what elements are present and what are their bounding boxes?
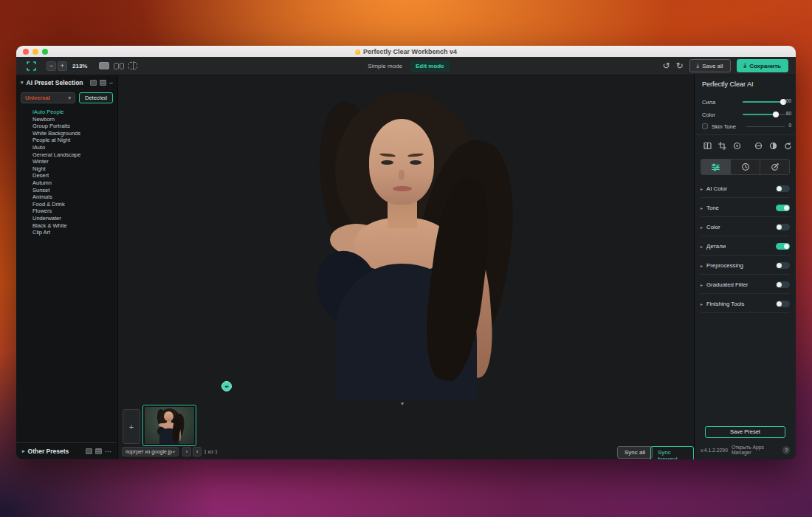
reset-icon[interactable] bbox=[784, 142, 792, 150]
target-icon[interactable] bbox=[733, 142, 741, 150]
tab-retouch[interactable] bbox=[760, 160, 789, 174]
chevron-down-icon: ▾ bbox=[68, 95, 71, 101]
detected-button[interactable]: Detected bbox=[79, 92, 113, 103]
preset-item[interactable]: Group Portraits bbox=[32, 123, 117, 130]
download-icon: ⤓ bbox=[744, 62, 747, 69]
contrast-icon[interactable] bbox=[769, 142, 777, 150]
collapse-filmstrip-icon[interactable]: ▾ bbox=[401, 400, 404, 407]
edit-mode-button[interactable]: Edit mode bbox=[410, 61, 450, 72]
color-value: 80 bbox=[786, 111, 791, 116]
zoom-in-button[interactable]: + bbox=[58, 61, 67, 71]
tool-icon-row bbox=[703, 140, 788, 151]
preset-item[interactable]: People at Night bbox=[32, 137, 117, 144]
preset-item[interactable]: Night bbox=[32, 165, 117, 173]
graduated-filter-toggle[interactable] bbox=[776, 281, 790, 288]
filename-dropdown[interactable]: портрет из google.jp▾ bbox=[122, 447, 179, 456]
save-button[interactable]: ⤓Сохранить bbox=[737, 59, 788, 72]
compare-view-icon[interactable] bbox=[128, 62, 137, 69]
simple-mode-button[interactable]: Simple mode bbox=[362, 61, 408, 72]
color-toggle[interactable] bbox=[776, 224, 790, 230]
crop-icon[interactable] bbox=[718, 142, 726, 150]
accordion-ai-color[interactable]: ▸AI Color bbox=[695, 179, 796, 198]
save-preset-button[interactable]: Save Preset bbox=[705, 426, 785, 438]
preset-item[interactable]: General Landscape bbox=[32, 151, 117, 159]
other-presets-header[interactable]: ▸ Other Presets ⋯ bbox=[16, 442, 117, 459]
apps-manager-link[interactable]: Открыть Apps Manager bbox=[732, 445, 779, 455]
preset-item[interactable]: Newborn bbox=[32, 116, 117, 123]
preset-item[interactable]: Black & White bbox=[32, 222, 117, 230]
zoom-out-button[interactable]: − bbox=[47, 61, 56, 71]
tab-adjustments[interactable] bbox=[701, 160, 731, 174]
overflow-icon[interactable]: – bbox=[109, 81, 113, 85]
version-label: v.4.1.2.2290 bbox=[701, 448, 728, 453]
image-counter: 1 из 1 bbox=[204, 449, 218, 454]
preset-item[interactable]: Flowers bbox=[32, 208, 117, 215]
before-after-handle[interactable]: ◂▸ bbox=[221, 381, 232, 391]
preset-item[interactable]: Autumn bbox=[32, 179, 117, 187]
grid-view-icon[interactable] bbox=[90, 80, 97, 86]
preset-sidebar: ▾ AI Preset Selection – Universal▾ Detec… bbox=[16, 75, 118, 459]
accordion-graduated-filter[interactable]: ▸Graduated Filter bbox=[695, 275, 796, 294]
accordion-tone[interactable]: ▸Tone bbox=[695, 198, 796, 217]
accordion-preprocessing[interactable]: ▸Preprocessing bbox=[695, 256, 796, 275]
list-view-icon[interactable] bbox=[100, 80, 106, 86]
single-view-icon[interactable] bbox=[99, 62, 109, 69]
tab-history[interactable] bbox=[731, 160, 760, 174]
panel-tabs bbox=[701, 159, 790, 175]
strength-value: 100 bbox=[783, 98, 791, 103]
split-view-icon[interactable] bbox=[114, 63, 124, 69]
window-title: Perfectly Clear Workbench v4 bbox=[16, 48, 796, 55]
titlebar: Perfectly Clear Workbench v4 bbox=[16, 46, 796, 57]
overflow-icon[interactable]: ⋯ bbox=[105, 449, 111, 453]
ai-color-toggle[interactable] bbox=[776, 185, 790, 192]
preset-group-dropdown[interactable]: Universal▾ bbox=[21, 92, 75, 103]
preset-item[interactable]: Clip Art bbox=[32, 229, 117, 236]
prev-image-button[interactable]: ‹ bbox=[182, 447, 191, 456]
undo-icon[interactable]: ↺ bbox=[662, 61, 670, 70]
app-window: Perfectly Clear Workbench v4 − + 213% Si… bbox=[16, 46, 796, 459]
grid-view-icon[interactable] bbox=[86, 448, 92, 454]
collapse-caret-icon: ▸ bbox=[22, 448, 25, 454]
preset-item[interactable]: White Backgrounds bbox=[32, 130, 117, 137]
collapse-caret-icon: ▾ bbox=[21, 80, 24, 86]
skin-tone-slider[interactable] bbox=[746, 126, 785, 127]
finishing-tools-toggle[interactable] bbox=[776, 301, 790, 307]
sync-forward-button[interactable]: Sync forward bbox=[650, 446, 694, 459]
preset-item[interactable]: Desert bbox=[32, 172, 117, 179]
details-toggle[interactable] bbox=[776, 243, 790, 250]
next-image-button[interactable]: › bbox=[193, 447, 202, 456]
thumbnail-selected[interactable] bbox=[142, 405, 196, 446]
preset-section-header[interactable]: ▾ AI Preset Selection – bbox=[16, 75, 117, 90]
tone-toggle[interactable] bbox=[776, 205, 790, 211]
accordion-details[interactable]: ▸Детали bbox=[695, 236, 796, 256]
accordion-finishing-tools[interactable]: ▸Finishing Tools bbox=[695, 294, 796, 313]
preprocessing-toggle[interactable] bbox=[776, 262, 790, 269]
portrait-image bbox=[229, 82, 583, 400]
help-icon[interactable]: ? bbox=[782, 446, 790, 454]
skin-tone-value: 0 bbox=[788, 123, 791, 128]
image-canvas: ◂▸ ▾ + портрет из google.jp▾ ‹ › 1 из 1 … bbox=[118, 75, 694, 459]
color-slider[interactable] bbox=[743, 114, 785, 115]
adjustments-panel: Perfectly Clear AI Сила 100 Color 80 Ski… bbox=[694, 75, 796, 459]
edited-photo[interactable] bbox=[229, 82, 583, 400]
preset-item[interactable]: Winter bbox=[32, 158, 117, 165]
redo-icon[interactable]: ↻ bbox=[676, 61, 684, 70]
preset-item[interactable]: iAuto People bbox=[32, 109, 117, 116]
crop-corners-logo-icon[interactable] bbox=[27, 61, 36, 71]
add-image-button[interactable]: + bbox=[123, 409, 140, 444]
sync-all-button[interactable]: Sync all bbox=[617, 446, 653, 459]
preset-item[interactable]: Animals bbox=[32, 194, 117, 201]
preset-item[interactable]: Food & Drink bbox=[32, 201, 117, 208]
preset-item[interactable]: Underwater bbox=[32, 215, 117, 222]
skin-tone-checkbox[interactable] bbox=[702, 123, 708, 129]
color-slider-row: Color 80 bbox=[702, 110, 790, 119]
before-after-icon[interactable] bbox=[703, 142, 712, 150]
preset-item[interactable]: Sunset bbox=[32, 187, 117, 194]
exposure-icon[interactable] bbox=[754, 142, 763, 150]
preset-item[interactable]: iAuto bbox=[32, 144, 117, 151]
accordion-color[interactable]: ▸Color bbox=[695, 217, 796, 236]
strength-slider[interactable] bbox=[743, 101, 785, 103]
list-view-icon[interactable] bbox=[95, 448, 102, 454]
app-icon bbox=[355, 49, 360, 55]
save-all-button[interactable]: ⤓Save all bbox=[689, 59, 731, 72]
